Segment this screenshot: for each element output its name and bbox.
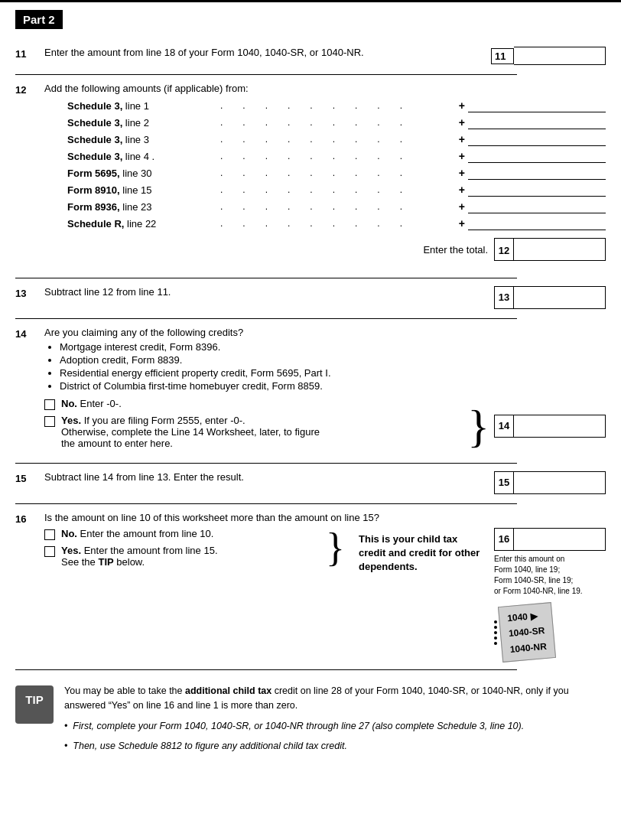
checkbox-yes[interactable] [44, 416, 55, 427]
dot-2 [494, 626, 497, 629]
bullet-mortgage: Mortgage interest credit, Form 8396. [60, 341, 606, 353]
line-14-input[interactable] [514, 415, 606, 438]
schedule-3-line1-input[interactable] [468, 99, 606, 112]
line-12-label: 12 [494, 238, 514, 261]
line-16-box-wrap: 16 [494, 528, 606, 551]
line-16-yes-text: Yes. Enter the amount from line 15.See t… [61, 545, 318, 568]
schedule-3-line2-label: Schedule 3, line 2 [67, 117, 220, 129]
bullet-dc: District of Columbia first-time homebuye… [60, 380, 606, 392]
schedule-row-7: Form 8936, line 23 . . . . . . . . . + [67, 200, 606, 213]
part-label: Part 2 [15, 10, 63, 29]
form-note-1: Enter this amount on [494, 555, 564, 563]
line-16-callout: This is your child tax credit and credit… [353, 528, 486, 579]
schedule-row-5: Form 5695, line 30 . . . . . . . . . + [67, 166, 606, 180]
line-11-text: Enter the amount from line 18 of your Fo… [44, 47, 483, 58]
line-11-num: 11 [15, 47, 44, 65]
bullet-adoption: Adoption credit, Form 8839. [60, 354, 606, 366]
form-8910-line15-input[interactable] [468, 183, 606, 197]
line-11-label: 11 [491, 48, 514, 64]
dot-4 [494, 637, 497, 640]
schedule-row-2: Schedule 3, line 2 . . . . . . . . . + [67, 116, 606, 129]
tip-bullet-2: • Then, use Schedule 8812 to figure any … [64, 739, 606, 754]
line-16-input[interactable] [514, 528, 606, 551]
checkbox-no-text: No. Enter -0-. [61, 398, 463, 409]
tip-badge: TIP [15, 685, 54, 724]
line-11-input-wrap: 11 [491, 47, 606, 65]
dot-5 [494, 642, 497, 645]
form-5695-line30-label: Form 5695, line 30 [67, 168, 220, 179]
line-11-content: Enter the amount from line 18 of your Fo… [44, 47, 483, 65]
tip-text-main: You may be able to take the additional c… [64, 685, 569, 711]
line-11-input[interactable] [514, 47, 606, 65]
line-16-no-row: No. Enter the amount from line 10. [44, 528, 318, 540]
form-8910-line15-label: Form 8910, line 15 [67, 184, 220, 196]
line-15-section: 15 Subtract line 14 from line 13. Enter … [15, 471, 606, 494]
form-note-4: or Form 1040-NR, line 19. [494, 587, 583, 595]
line-15-input[interactable] [514, 471, 606, 494]
schedule-row-4: Schedule 3, line 4 . . . . . . . . . . + [67, 149, 606, 163]
line-12-input[interactable] [514, 238, 606, 261]
schedule-3-line4-input[interactable] [468, 149, 606, 163]
checkbox-no[interactable] [44, 399, 55, 410]
line-16-brace: } [326, 528, 345, 568]
form-8936-line23-input[interactable] [468, 200, 606, 213]
line-12-content: Add the following amounts (if applicable… [44, 83, 606, 269]
line-16-yes-row: Yes. Enter the amount from line 15.See t… [44, 545, 318, 568]
line-16-checkbox-no[interactable] [44, 529, 55, 540]
line-13-section: 13 Subtract line 12 from line 11. 13 [15, 286, 606, 309]
line-14-checkbox-container: No. Enter -0-. Yes. If you are filing Fo… [44, 398, 606, 454]
schedule-r-line22-input[interactable] [468, 217, 606, 230]
line-16-callout-text: This is your child tax credit and credit… [359, 533, 480, 572]
schedule-row-8: Schedule R, line 22 . . . . . . . . . + [67, 217, 606, 230]
line-13-input-wrap: 13 [494, 286, 606, 309]
forms-badge: 1040 ▶ 1040-SR 1040-NR [498, 602, 556, 663]
line-16-inner: No. Enter the amount from line 10. Yes. … [44, 528, 606, 660]
dot-1 [494, 620, 497, 623]
schedule-3-line1-label: Schedule 3, line 1 [67, 100, 220, 112]
checkbox-no-row: No. Enter -0-. [44, 398, 463, 410]
line-14-brace: } [467, 398, 489, 454]
line-14-content: Are you claiming any of the following cr… [44, 327, 606, 454]
line-16-checkboxes: No. Enter the amount from line 10. Yes. … [44, 528, 318, 572]
form-note-2: Form 1040, line 19; [494, 565, 560, 574]
tip-text: You may be able to take the additional c… [64, 684, 606, 754]
tip-bullet-1: • First, complete your Form 1040, 1040-S… [64, 719, 606, 734]
dot-3 [494, 631, 497, 634]
schedule-3-line2-input[interactable] [468, 116, 606, 129]
schedule-row-1: Schedule 3, line 1 . . . . . . . . . + [67, 99, 606, 112]
line-14-num: 14 [15, 327, 44, 454]
schedule-3-line3-input[interactable] [468, 132, 606, 146]
line-13-label: 13 [494, 286, 514, 309]
line-14-section: 14 Are you claiming any of the following… [15, 327, 606, 454]
line-12-section: 12 Add the following amounts (if applica… [15, 83, 606, 269]
schedule-3-line3-label: Schedule 3, line 3 [67, 134, 220, 145]
line-13-num: 13 [15, 286, 44, 309]
line-16-no-text: No. Enter the amount from line 10. [61, 528, 318, 539]
line-15-content: Subtract line 14 from line 13. Enter the… [44, 471, 486, 494]
line-14-input-wrap: 14 [494, 398, 606, 454]
tip-section: TIP You may be able to take the addition… [15, 684, 606, 754]
line-15-input-wrap: 15 [494, 471, 606, 494]
line-15-text: Subtract line 14 from line 13. Enter the… [44, 471, 486, 483]
schedule-grid: Schedule 3, line 1 . . . . . . . . . + S… [67, 99, 606, 261]
dotted-side [494, 620, 497, 645]
checkbox-yes-row: Yes. If you are filing Form 2555, enter … [44, 415, 463, 449]
line-15-num: 15 [15, 471, 44, 494]
schedule-r-line22-label: Schedule R, line 22 [67, 218, 220, 230]
line-13-text: Subtract line 12 from line 11. [44, 286, 486, 298]
form-8936-line23-label: Form 8936, line 23 [67, 201, 220, 213]
schedule-row-6: Form 8910, line 15 . . . . . . . . . + [67, 183, 606, 197]
bullet-residential: Residential energy efficient property cr… [60, 367, 606, 379]
line-16-num: 16 [15, 512, 44, 660]
line-16-content: Is the amount on line 10 of this workshe… [44, 512, 606, 660]
line-14-question: Are you claiming any of the following cr… [44, 327, 606, 338]
line-14-bullets: Mortgage interest credit, Form 8396. Ado… [60, 341, 606, 392]
form-note-3: Form 1040-SR, line 19; [494, 576, 573, 584]
checkbox-yes-text: Yes. If you are filing Form 2555, enter … [61, 415, 463, 449]
line-12-num: 12 [15, 83, 44, 269]
line-16-checkbox-yes[interactable] [44, 546, 55, 557]
enter-total-label: Enter the total. [423, 244, 488, 256]
line-13-input[interactable] [514, 286, 606, 309]
form-5695-line30-input[interactable] [468, 166, 606, 180]
line-14-label: 14 [494, 415, 514, 438]
